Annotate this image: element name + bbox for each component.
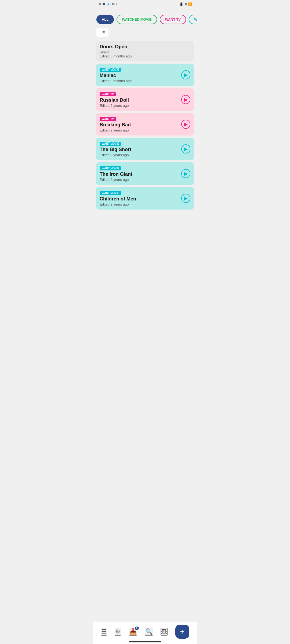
header <box>93 7 197 15</box>
item-genre: Horror <box>100 50 190 54</box>
item-tag: WANT TV <box>100 117 116 121</box>
status-time: ✉ ✕ 📧 ✉ • <box>97 2 117 6</box>
item-edited: Edited 3 months ago <box>100 54 190 58</box>
item-tag: WANT MOVIE <box>100 142 121 146</box>
item-title: The Big Short <box>100 147 181 152</box>
item-edited: Edited 2 years ago <box>100 178 181 182</box>
list-item: WANT MOVIE Maniac Edited 3 months ago ▶ <box>96 64 194 86</box>
list-item: WANT MOVIE The Big Short Edited 2 years … <box>96 138 194 160</box>
sort-bar: ≡ <box>93 28 197 41</box>
item-edited: Edited 2 years ago <box>100 153 181 157</box>
item-title: Russian Doll <box>100 97 181 103</box>
item-tag: WANT MOVIE <box>100 191 121 195</box>
item-content: WANT MOVIE Maniac Edited 3 months ago <box>100 67 181 83</box>
item-content: WANT TV Russian Doll Edited 2 years ago <box>100 92 181 108</box>
item-title: Doors Open <box>100 44 190 50</box>
sort-button[interactable]: ≡ <box>96 28 108 37</box>
item-arrow-button[interactable]: ▶ <box>181 194 190 203</box>
item-edited: Edited 2 years ago <box>100 104 181 108</box>
item-title: Breaking Bad <box>100 122 181 128</box>
item-arrow-button[interactable]: ▶ <box>181 169 190 178</box>
sort-icon: ≡ <box>102 30 105 35</box>
item-content: WANT MOVIE The Big Short Edited 2 years … <box>100 141 181 157</box>
item-edited: Edited 2 years ago <box>100 202 181 206</box>
list-item: WANT TV Breaking Bad Edited 2 years ago … <box>96 113 194 136</box>
list-item: WANT MOVIE The Iron Giant Edited 2 years… <box>96 162 194 185</box>
watch-list: Doors Open Horror Edited 3 months ago WA… <box>93 41 197 210</box>
status-bar: ✉ ✕ 📧 ✉ • 📳 ⊖ 📶 <box>93 0 197 7</box>
list-item: Doors Open Horror Edited 3 months ago <box>96 41 194 61</box>
item-content: WANT MOVIE Children of Men Edited 2 year… <box>100 190 181 206</box>
item-title: Maniac <box>100 73 181 78</box>
item-tag: WANT MOVIE <box>100 68 121 72</box>
item-edited: Edited 3 months ago <box>100 79 181 83</box>
item-arrow-button[interactable]: ▶ <box>181 70 190 79</box>
item-content: WANT MOVIE The Iron Giant Edited 2 years… <box>100 166 181 182</box>
filter-want-tv[interactable]: WANT TV <box>160 15 186 24</box>
item-content: WANT TV Breaking Bad Edited 2 years ago <box>100 116 181 132</box>
status-right: 📳 ⊖ 📶 <box>179 2 193 6</box>
filter-want-movie[interactable]: WANT MOV... <box>189 15 197 24</box>
filter-all[interactable]: ALL <box>96 15 114 24</box>
item-title: The Iron Giant <box>100 171 181 177</box>
filter-chips: ALL WATCHED MOVIE WANT TV WANT MOV... <box>93 15 197 28</box>
list-item: WANT TV Russian Doll Edited 2 years ago … <box>96 88 194 111</box>
item-arrow-button[interactable]: ▶ <box>181 95 190 104</box>
item-arrow-button[interactable]: ▶ <box>181 120 190 129</box>
item-arrow-button[interactable]: ▶ <box>181 144 190 153</box>
filter-watched-movie[interactable]: WATCHED MOVIE <box>117 15 157 24</box>
item-tag: WANT TV <box>100 92 116 96</box>
list-item: WANT MOVIE Children of Men Edited 2 year… <box>96 187 194 210</box>
item-edited: Edited 2 years ago <box>100 128 181 132</box>
item-tag: WANT MOVIE <box>100 166 121 170</box>
item-content: Doors Open Horror Edited 3 months ago <box>100 44 190 58</box>
item-title: Children of Men <box>100 196 181 202</box>
